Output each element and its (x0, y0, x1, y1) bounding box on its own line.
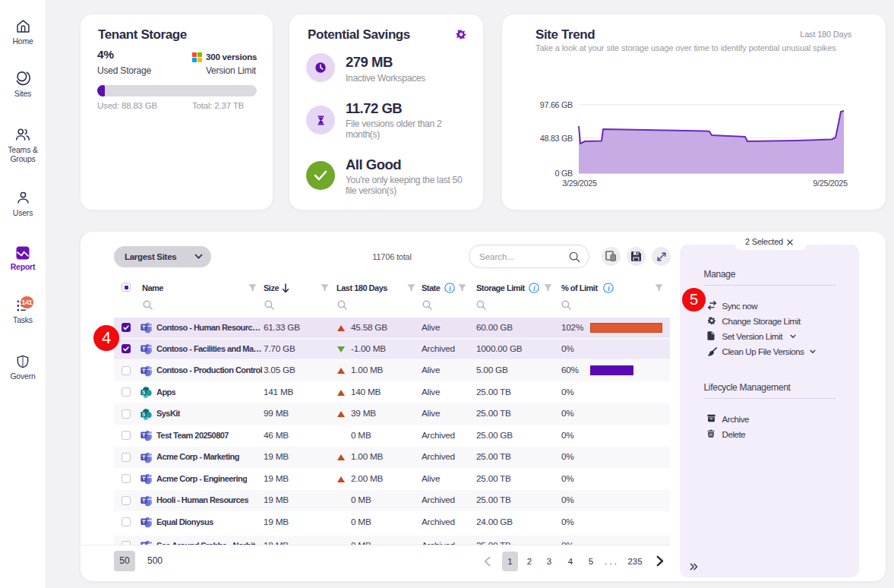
svg-text:i: i (449, 284, 451, 292)
svg-text:48.83 GB: 48.83 GB (540, 134, 573, 143)
svg-text:97.66 GB: 97.66 GB (540, 100, 573, 109)
svg-text:S: S (142, 412, 146, 417)
svg-text:3/29/2025: 3/29/2025 (562, 179, 597, 188)
svg-text:9/25/2025: 9/25/2025 (813, 179, 848, 188)
svg-text:S: S (142, 390, 146, 395)
svg-text:0 GB: 0 GB (555, 169, 573, 178)
svg-text:i: i (533, 284, 535, 292)
svg-text:i: i (608, 284, 610, 292)
